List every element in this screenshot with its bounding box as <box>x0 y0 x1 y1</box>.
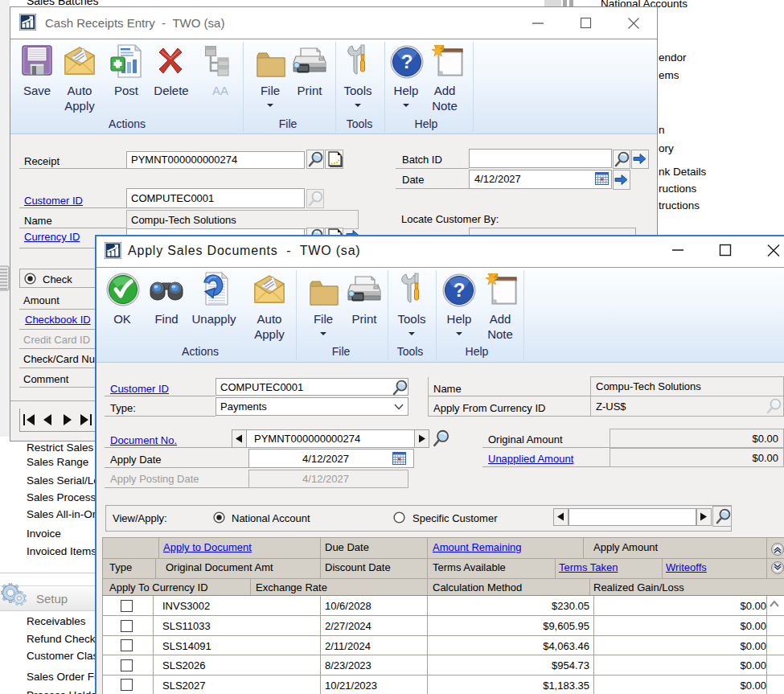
svg-text:?: ? <box>454 279 466 301</box>
svg-text:?: ? <box>401 51 413 72</box>
